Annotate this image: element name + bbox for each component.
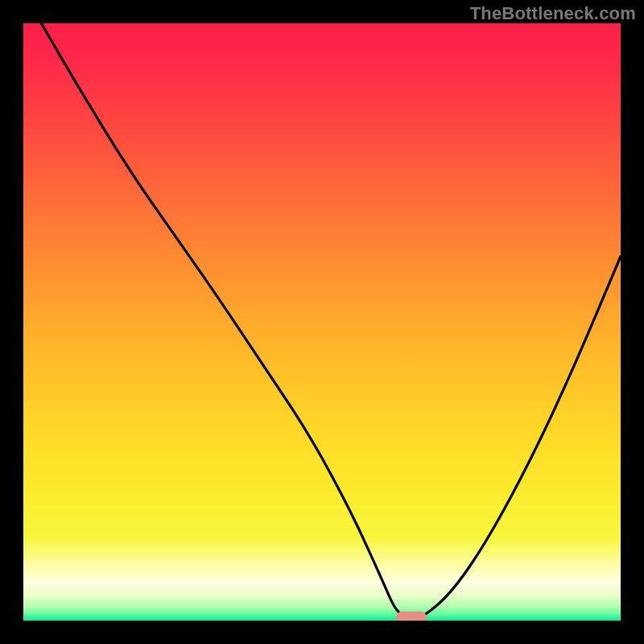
optimal-point-marker [396, 611, 427, 621]
plot-area [23, 23, 621, 621]
bottleneck-curve [23, 23, 621, 621]
attribution-watermark: TheBottleneck.com [470, 3, 636, 24]
bottleneck-chart: TheBottleneck.com [0, 0, 644, 644]
